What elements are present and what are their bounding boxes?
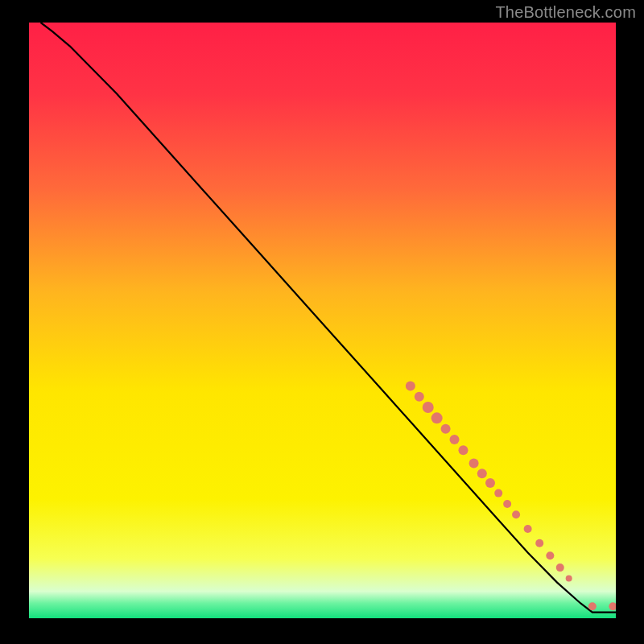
- highlighted-point: [546, 551, 554, 559]
- highlighted-point: [485, 478, 495, 488]
- highlighted-point: [415, 392, 424, 402]
- highlighted-point: [556, 564, 564, 572]
- highlighted-point: [494, 489, 502, 497]
- attribution-label: TheBottleneck.com: [495, 3, 636, 22]
- highlighted-point: [477, 469, 487, 478]
- highlighted-point: [431, 412, 443, 423]
- chart-plot: [29, 23, 616, 618]
- highlighted-point: [458, 445, 468, 455]
- chart-stage: TheBottleneck.com: [0, 0, 644, 644]
- highlighted-point: [503, 500, 511, 508]
- highlighted-point: [535, 539, 543, 547]
- highlighted-point: [588, 602, 597, 610]
- highlighted-point: [450, 435, 460, 444]
- highlighted-point: [441, 424, 451, 434]
- highlighted-point: [423, 402, 434, 413]
- highlighted-point: [566, 575, 572, 581]
- highlighted-point: [406, 381, 415, 390]
- highlighted-point: [469, 459, 479, 469]
- highlighted-point: [512, 510, 520, 518]
- highlighted-point: [524, 525, 532, 533]
